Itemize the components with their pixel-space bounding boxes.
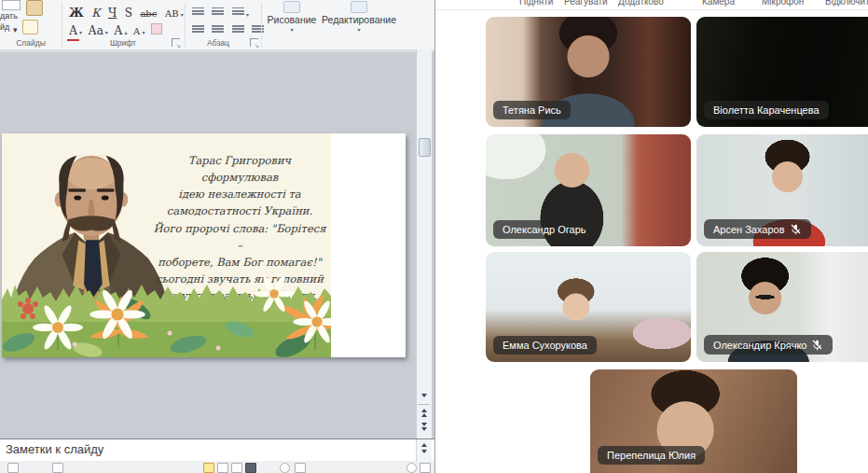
next-slide-button[interactable] xyxy=(418,422,430,432)
participant-name: Олександир Крячко xyxy=(713,340,806,351)
drawing-label: Рисование xyxy=(268,14,317,25)
ribbon-shadow xyxy=(0,49,434,52)
raise-hand-button[interactable]: Підняти xyxy=(519,0,553,7)
react-button[interactable]: Реагувати xyxy=(564,0,608,7)
slide-canvas-area: Тарас Григорович сформулював ідею незале… xyxy=(0,49,434,438)
slide-sorter-view-button[interactable] xyxy=(217,463,228,473)
align-right-icon[interactable] xyxy=(232,25,244,35)
group-separator xyxy=(62,3,62,48)
flower-meadow-illustration xyxy=(2,268,331,357)
previous-slide-button[interactable] xyxy=(418,408,430,418)
notes-pane[interactable]: Заметки к слайду xyxy=(0,438,434,462)
scroll-down-button[interactable] xyxy=(418,393,430,398)
status-bar xyxy=(0,461,434,473)
notes-placeholder[interactable]: Заметки к слайду xyxy=(6,442,103,456)
screen: дать йд ▾ Слайды Ж К Ч S abc АВ▾ А▾ Аа▾ … xyxy=(0,0,868,473)
slideshow-view-button[interactable] xyxy=(245,463,256,473)
microphone-button[interactable]: Мікрофон xyxy=(762,0,804,7)
font-group-label: Шрифт xyxy=(67,38,179,48)
drawing-dropdown-icon: ▾ xyxy=(265,26,319,33)
spellcheck-icon[interactable] xyxy=(52,463,63,473)
meeting-window: Підняти Реагувати Додатково Камера Мікро… xyxy=(435,0,868,473)
drawing-icon xyxy=(283,1,300,13)
participant-tile[interactable]: Емма Сухорукова xyxy=(486,252,691,362)
grow-font-button[interactable]: А xyxy=(112,23,124,39)
slide[interactable]: Тарас Григорович сформулював ідею незале… xyxy=(2,133,406,357)
editing-dropdown-icon: ▾ xyxy=(321,26,397,33)
italic-button[interactable]: К xyxy=(90,5,102,21)
paste-button[interactable] xyxy=(2,0,21,10)
normal-view-button[interactable] xyxy=(203,463,214,473)
new-slide-label-top[interactable]: дать xyxy=(0,11,18,21)
align-left-icon[interactable] xyxy=(192,25,204,35)
fit-to-window-button[interactable] xyxy=(420,463,431,473)
group-separator xyxy=(261,3,262,48)
zoom-out-button[interactable] xyxy=(280,463,290,473)
reading-view-button[interactable] xyxy=(231,463,242,473)
editing-label: Редактирование xyxy=(322,14,396,25)
new-slide-dropdown-icon[interactable]: ▾ xyxy=(13,25,18,35)
bold-button[interactable]: Ж xyxy=(67,5,86,21)
font-dialog-launcher[interactable] xyxy=(172,38,180,47)
bullets-icon[interactable] xyxy=(192,7,204,17)
grow-arrow-icon[interactable]: ▴ xyxy=(124,30,127,35)
participant-tile[interactable]: Перепелица Юлия xyxy=(590,369,797,473)
character-spacing-button[interactable]: АВ xyxy=(163,6,181,22)
participant-tile[interactable]: Арсен Захаров xyxy=(696,134,868,246)
participant-name: Віолетта Караченцева xyxy=(713,104,820,116)
align-center-icon[interactable] xyxy=(212,25,224,35)
paragraph-buttons-row2 xyxy=(190,21,266,37)
change-case-button[interactable]: Аа xyxy=(87,23,105,39)
powerpoint-window: дать йд ▾ Слайды Ж К Ч S abc АВ▾ А▾ Аа▾ … xyxy=(0,0,435,473)
participant-name-badge: Олександир Крячко xyxy=(704,335,833,355)
paragraph-buttons-row1: ▾ xyxy=(190,4,249,21)
notes-scrollbar[interactable] xyxy=(416,439,432,461)
participant-name-badge: Олександр Огарь xyxy=(493,220,595,239)
participant-tile[interactable]: Тетяна Рись xyxy=(486,17,691,127)
new-slide-icon[interactable] xyxy=(22,20,38,35)
participant-tile[interactable]: Олександр Огарь xyxy=(486,134,691,246)
camera-button[interactable]: Камера xyxy=(702,0,735,7)
underline-button[interactable]: Ч xyxy=(106,5,118,21)
spacing-dropdown-icon[interactable]: ▾ xyxy=(246,12,249,18)
case-dropdown-icon[interactable]: ▾ xyxy=(105,30,108,35)
participant-name-badge: Арсен Захаров xyxy=(704,219,811,239)
shrink-font-button[interactable]: А xyxy=(131,23,143,39)
participant-tile[interactable]: Віолетта Караченцева xyxy=(696,17,868,127)
spacing-dropdown-icon[interactable]: ▾ xyxy=(181,12,184,18)
participant-name-badge: Перепелица Юлия xyxy=(598,446,705,465)
notes-scroll-down-icon[interactable] xyxy=(421,450,427,453)
slide-number-icon xyxy=(7,463,19,473)
paragraph-dialog-launcher[interactable] xyxy=(250,38,258,47)
zoom-in-button[interactable] xyxy=(406,463,417,473)
microphone-muted-icon xyxy=(811,339,823,351)
vertical-scrollbar[interactable] xyxy=(416,49,432,438)
clear-formatting-icon[interactable] xyxy=(151,23,162,35)
clipboard-icon[interactable] xyxy=(26,0,43,16)
strikethrough-button[interactable]: abc xyxy=(138,6,158,22)
text-shadow-button[interactable]: S xyxy=(123,5,134,21)
slide-illustration: Тарас Григорович сформулював ідею незале… xyxy=(2,133,331,357)
scrollbar-thumb[interactable] xyxy=(419,138,431,157)
zoom-slider[interactable] xyxy=(295,463,306,473)
justify-icon[interactable] xyxy=(252,25,264,35)
new-slide-label-bottom[interactable]: йд xyxy=(0,22,9,32)
font-buttons-row2: А▾ Аа▾ А▴ А▾ xyxy=(67,21,164,37)
font-color-dropdown-icon[interactable]: ▾ xyxy=(79,30,82,35)
font-buttons-row1: Ж К Ч S abc АВ▾ xyxy=(67,4,184,21)
participant-name-badge: Емма Сухорукова xyxy=(493,336,597,355)
microphone-muted-icon xyxy=(790,223,802,235)
more-button[interactable]: Додатково xyxy=(618,0,664,7)
leave-call-button[interactable]: Відключити ... xyxy=(825,0,868,7)
shrink-arrow-icon[interactable]: ▾ xyxy=(142,30,145,35)
ribbon: дать йд ▾ Слайды Ж К Ч S abc АВ▾ А▾ Аа▾ … xyxy=(0,0,434,50)
numbering-icon[interactable] xyxy=(212,7,224,17)
notes-scroll-up-icon[interactable] xyxy=(421,443,427,447)
participant-name-badge: Тетяна Рись xyxy=(493,101,571,119)
toolbar-divider xyxy=(435,9,868,10)
drawing-menu-button[interactable]: Рисование ▾ xyxy=(265,0,319,49)
line-spacing-icon[interactable] xyxy=(232,7,244,17)
editing-menu-button[interactable]: Редактирование ▾ xyxy=(321,0,397,49)
participant-name: Тетяна Рись xyxy=(503,104,561,116)
participant-tile[interactable]: Олександир Крячко xyxy=(696,252,868,362)
